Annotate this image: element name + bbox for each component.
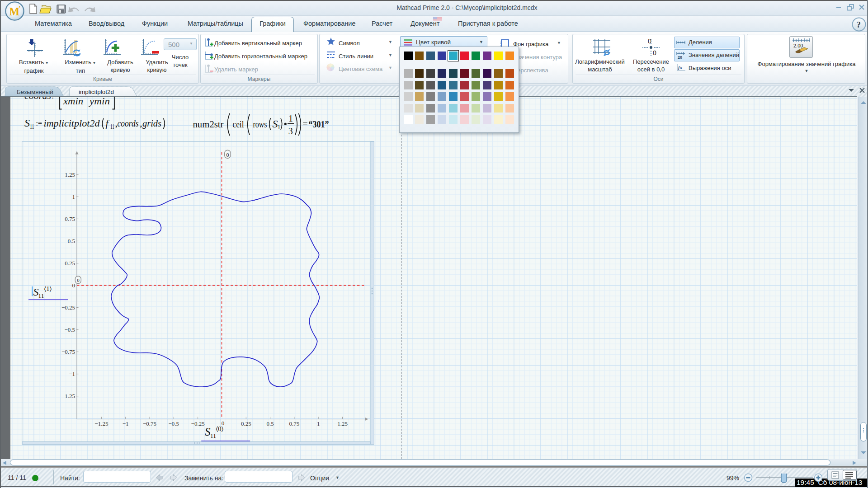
svg-text:=: = — [303, 118, 308, 128]
svg-text:0.5: 0.5 — [266, 420, 274, 427]
svg-text:xmin: xmin — [63, 95, 83, 107]
svg-text:2.00: 2.00 — [793, 43, 803, 48]
svg-text:0.25: 0.25 — [241, 420, 251, 427]
svg-text:0: 0 — [72, 282, 75, 289]
svg-text:“301”: “301” — [309, 118, 329, 130]
svg-text:−0.25: −0.25 — [191, 420, 205, 427]
svg-text:M: M — [9, 5, 19, 18]
svg-text:−0.75: −0.75 — [143, 420, 156, 427]
svg-text:ceil: ceil — [233, 118, 244, 130]
svg-text:0: 0 — [226, 152, 229, 158]
svg-text:11: 11 — [110, 123, 114, 130]
svg-text:0: 0 — [77, 277, 80, 283]
svg-text:1: 1 — [72, 193, 75, 200]
svg-text:1.25: 1.25 — [65, 171, 75, 178]
svg-text:0: 0 — [653, 49, 656, 56]
svg-text:−1.25: −1.25 — [61, 393, 75, 399]
svg-text:f: f — [106, 117, 110, 129]
svg-text:implicitplot2d: implicitplot2d — [79, 89, 114, 95]
svg-text:−0.75: −0.75 — [61, 348, 75, 355]
svg-text:1.25: 1.25 — [337, 420, 348, 427]
svg-text:〈1〉: 〈1〉 — [44, 285, 52, 292]
svg-text:,: , — [140, 117, 142, 129]
svg-text:0.75: 0.75 — [65, 216, 75, 222]
svg-text:3: 3 — [288, 126, 293, 136]
svg-text:−0.5: −0.5 — [169, 420, 179, 427]
svg-text:11: 11 — [210, 432, 216, 439]
svg-text:20: 20 — [678, 55, 682, 59]
svg-text:−0.25: −0.25 — [61, 304, 75, 311]
svg-text:11: 11 — [30, 123, 34, 130]
svg-text:−0.5: −0.5 — [64, 326, 75, 333]
svg-text:0.5: 0.5 — [68, 238, 75, 244]
svg-text:1: 1 — [288, 113, 293, 123]
svg-text:implicitplot2d: implicitplot2d — [44, 117, 100, 129]
svg-text:−1: −1 — [123, 420, 129, 427]
svg-text:−1: −1 — [69, 371, 75, 377]
svg-text:Безымянный: Безымянный — [17, 89, 53, 95]
svg-text:−1.25: −1.25 — [94, 420, 108, 427]
svg-text:?: ? — [857, 20, 861, 29]
svg-text:1: 1 — [278, 124, 281, 131]
svg-text:fx: fx — [678, 65, 683, 70]
svg-text:11: 11 — [38, 292, 44, 299]
svg-text:num2str: num2str — [193, 118, 224, 130]
svg-text:': ' — [19, 4, 21, 13]
svg-text:0.25: 0.25 — [65, 260, 75, 267]
svg-text:grids: grids — [142, 117, 161, 129]
svg-text:rows: rows — [253, 118, 267, 130]
svg-text:〈0〉: 〈0〉 — [216, 425, 224, 432]
svg-text::=: := — [36, 119, 42, 127]
svg-text:S: S — [24, 117, 30, 129]
svg-text:ymin: ymin — [89, 95, 110, 107]
svg-text:coords: coords — [118, 117, 139, 129]
svg-text:0.75: 0.75 — [289, 420, 300, 427]
svg-text:1: 1 — [317, 420, 320, 427]
